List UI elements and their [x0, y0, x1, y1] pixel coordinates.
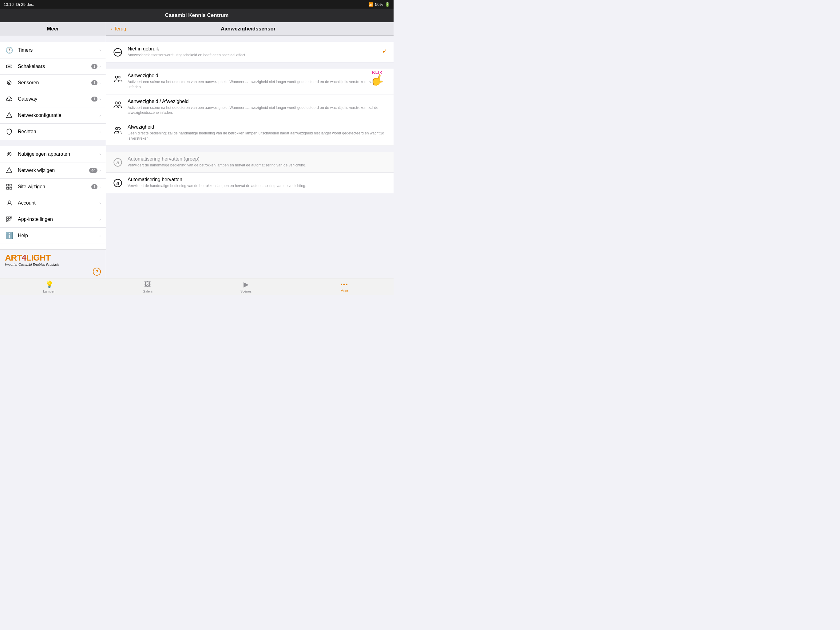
clock-icon: 🕐: [5, 46, 14, 54]
tab-scenes[interactable]: ▶ Scènes: [197, 279, 295, 295]
option-group-spacer-2: [106, 62, 393, 69]
tab-galerij[interactable]: 🖼 Galerij: [98, 279, 197, 295]
app-title: Casambi Kennis Centrum: [165, 12, 229, 19]
klik-annotation: KLIK 👆: [371, 70, 384, 86]
wifi-icon: 📶: [368, 2, 373, 7]
sidebar-item-site-wijzigen[interactable]: Site wijzigen 1 ›: [0, 179, 106, 195]
svg-rect-12: [7, 187, 9, 189]
option-desc-niet-in-gebruik: Aanwezigheidssensor wordt uitgeschakeld …: [128, 52, 379, 58]
option-text-aanwezigheid-afwezigheid: Aanwezigheid / Afwezigheid Activeert een…: [128, 99, 387, 116]
option-desc-aanwezigheid: Activeert een scène na het detecteren va…: [128, 79, 387, 90]
battery-level: 50%: [375, 2, 383, 7]
network2-icon: [5, 166, 14, 175]
title-bar: Casambi Kennis Centrum: [0, 9, 393, 22]
sidebar-item-sensoren[interactable]: Sensoren 1 ›: [0, 75, 106, 91]
chevron-icon-rechten: ›: [99, 129, 101, 134]
svg-point-26: [118, 102, 120, 104]
option-item-niet-in-gebruik[interactable]: Niet in gebruik Aanwezigheidssensor word…: [106, 42, 393, 62]
people-icon: [112, 73, 123, 85]
option-group-spacer-4: [106, 193, 393, 206]
svg-point-2: [8, 82, 10, 84]
chevron-icon-app-instellingen: ›: [99, 217, 101, 222]
sidebar-item-app-instellingen[interactable]: App-instellingen ›: [0, 211, 106, 228]
sidebar-item-help[interactable]: ℹ️ Help ›: [0, 228, 106, 244]
dots-icon: •••: [341, 282, 348, 288]
sidebar-item-nabijgelegen[interactable]: Nabijgelegen apparaten ›: [0, 146, 106, 162]
auto-a-icon: a: [112, 157, 123, 168]
svg-point-28: [118, 127, 120, 130]
sidebar-group-spacer-1: [0, 36, 106, 42]
svg-rect-17: [11, 217, 12, 218]
option-item-automatisering[interactable]: a Automatisering hervatten Verwijdert de…: [106, 173, 393, 193]
tab-lampen[interactable]: 💡 Lampen: [0, 279, 98, 295]
sidebar-item-account[interactable]: Account ›: [0, 195, 106, 211]
option-title-automatisering: Automatisering hervatten: [128, 177, 387, 182]
option-group-spacer-3: [106, 146, 393, 152]
people2-icon: [112, 99, 123, 111]
sidebar-group-spacer-2: [0, 140, 106, 146]
option-text-aanwezigheid: Aanwezigheid Activeert een scène na het …: [128, 73, 387, 90]
sidebar-item-netwerkconfiguratie[interactable]: Netwerkconfiguratie ›: [0, 108, 106, 123]
option-desc-afwezigheid: Geen directe bediening; zal de handmatig…: [128, 131, 387, 141]
sidebar-label-schakelaars: Schakelaars: [18, 64, 91, 69]
option-text-automatisering: Automatisering hervatten Verwijdert de h…: [128, 177, 387, 188]
option-item-aanwezigheid[interactable]: Aanwezigheid Activeert een scène na het …: [106, 69, 393, 95]
chevron-icon-nabijgelegen: ›: [99, 152, 101, 157]
back-button[interactable]: ‹ Terug: [111, 26, 126, 32]
sidebar-tagline: Importer Casambi Enabled Products: [5, 263, 101, 266]
option-item-aanwezigheid-afwezigheid[interactable]: Aanwezigheid / Afwezigheid Activeert een…: [106, 95, 393, 120]
sidebar-label-nabijgelegen: Nabijgelegen apparaten: [18, 151, 99, 157]
info-icon: ℹ️: [5, 231, 14, 240]
svg-rect-15: [7, 217, 8, 218]
battery-icon: 🔋: [385, 2, 390, 7]
sidebar-label-sensoren: Sensoren: [18, 80, 91, 85]
sidebar-label-app-instellingen: App-instellingen: [18, 217, 99, 222]
sidebar-label-help: Help: [18, 233, 99, 238]
content-title: Aanwezigheidssensor: [126, 26, 370, 32]
option-title-automatisering-groep: Automatisering hervatten (groep): [128, 156, 387, 162]
chevron-icon-netwerk-wijzigen: ›: [99, 168, 101, 173]
svg-point-14: [8, 201, 10, 203]
sidebar-item-rechten[interactable]: Rechten ›: [0, 123, 106, 140]
badge-gateway: 1: [91, 97, 98, 101]
scenes-icon: ▶: [243, 280, 249, 288]
switch-icon: [5, 62, 14, 71]
sidebar-item-timers[interactable]: 🕐 Timers ›: [0, 42, 106, 59]
chevron-icon-schakelaars: ›: [99, 64, 101, 69]
sidebar-label-netwerk-wijzigen: Netwerk wijzigen: [18, 168, 89, 173]
option-title-niet-in-gebruik: Niet in gebruik: [128, 46, 379, 52]
option-title-aanwezigheid-afwezigheid: Aanwezigheid / Afwezigheid: [128, 99, 387, 104]
help-circle-icon[interactable]: ?: [93, 268, 101, 275]
option-desc-automatisering: Verwijdert de handmatige bediening van d…: [128, 184, 387, 188]
svg-point-24: [118, 76, 120, 78]
people3-icon: [112, 125, 123, 136]
option-title-afwezigheid: Afwezigheid: [128, 124, 387, 130]
option-item-afwezigheid[interactable]: Afwezigheid Geen directe bediening; zal …: [106, 120, 393, 146]
status-bar: 13:16 Di 29 dec. 📶 50% 🔋: [0, 0, 393, 9]
sidebar-label-account: Account: [18, 200, 99, 206]
gallery-icon: 🖼: [144, 280, 151, 288]
svg-point-25: [115, 102, 117, 104]
main-layout: Meer 🕐 Timers › Schakelaars 1 ›: [0, 22, 393, 278]
back-label: Terug: [114, 26, 126, 32]
option-title-aanwezigheid: Aanwezigheid: [128, 73, 387, 78]
sidebar-item-gateway[interactable]: Gateway 1 ›: [0, 91, 106, 108]
chevron-icon-netwerkconfiguratie: ›: [99, 113, 101, 118]
tab-meer[interactable]: ••• Meer: [295, 279, 393, 295]
option-item-automatisering-groep[interactable]: a Automatisering hervatten (groep) Verwi…: [106, 152, 393, 173]
check-icon-niet-in-gebruik: ✓: [382, 47, 387, 55]
grid-icon: [5, 182, 14, 191]
svg-rect-10: [7, 184, 9, 186]
svg-rect-19: [9, 219, 10, 220]
sidebar-item-schakelaars[interactable]: Schakelaars 1 ›: [0, 59, 106, 75]
badge-site-wijzigen: 1: [91, 184, 98, 189]
status-time: 13:16: [4, 2, 14, 7]
svg-rect-11: [10, 184, 12, 186]
sidebar-item-netwerk-wijzigen[interactable]: Netwerk wijzigen 44 ›: [0, 162, 106, 179]
option-text-afwezigheid: Afwezigheid Geen directe bediening; zal …: [128, 124, 387, 141]
svg-point-23: [115, 76, 118, 78]
option-desc-aanwezigheid-afwezigheid: Activeert een scène na het detecteren va…: [128, 105, 387, 116]
cloud-icon: [5, 95, 14, 103]
svg-rect-18: [7, 219, 8, 220]
status-date: Di 29 dec.: [16, 2, 35, 7]
